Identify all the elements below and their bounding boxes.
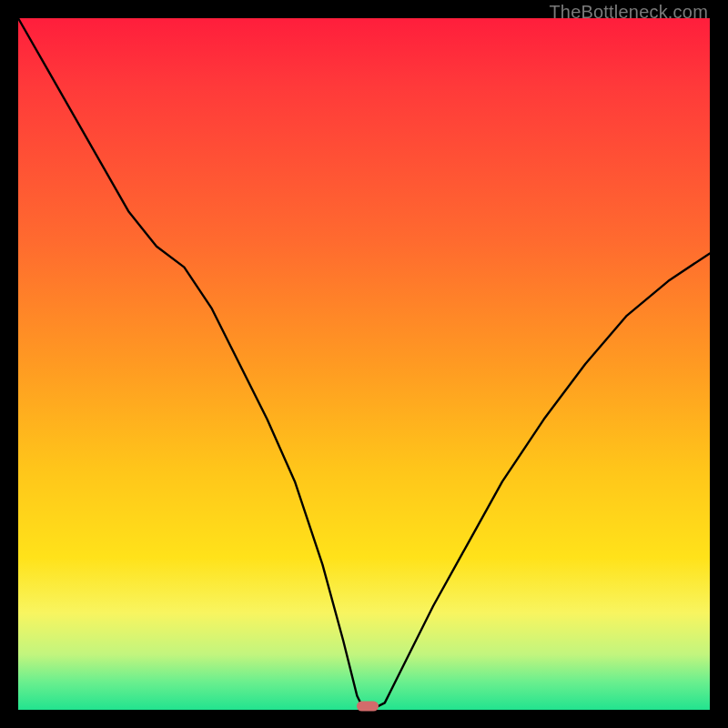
bottleneck-curve bbox=[18, 18, 710, 710]
optimal-marker bbox=[357, 702, 379, 712]
plot-area bbox=[18, 18, 710, 710]
watermark-text: TheBottleneck.com bbox=[549, 2, 708, 23]
